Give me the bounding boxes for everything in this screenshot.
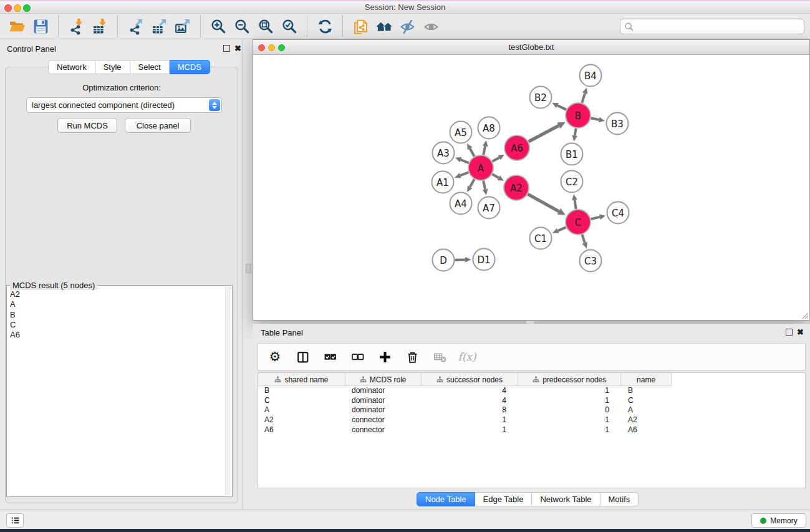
edge-A-A1[interactable] xyxy=(460,172,468,175)
cell-predecessor-nodes[interactable]: 1 xyxy=(519,396,622,406)
cell-MCDS-role[interactable]: dominator xyxy=(345,396,422,406)
select-all-button[interactable] xyxy=(322,349,338,364)
cell-MCDS-role[interactable]: connector xyxy=(345,415,422,425)
node-A7[interactable]: A7 xyxy=(478,197,500,219)
table-row[interactable]: A6connector11A6 xyxy=(258,425,805,435)
edge-B-B4[interactable] xyxy=(582,94,585,103)
vertical-splitter-grip[interactable] xyxy=(246,264,251,273)
tab-select[interactable]: Select xyxy=(130,60,170,74)
cell-successor-nodes[interactable]: 1 xyxy=(422,425,519,435)
zoom-selected-button[interactable] xyxy=(277,16,301,37)
edge-A-A2[interactable] xyxy=(492,174,498,178)
cell-successor-nodes[interactable]: 8 xyxy=(422,405,519,415)
edge-A-A3[interactable] xyxy=(461,160,469,163)
export-network-button[interactable] xyxy=(123,16,147,37)
cell-shared-name[interactable]: B xyxy=(258,386,345,396)
cell-predecessor-nodes[interactable]: 1 xyxy=(519,425,622,435)
mcds-result-item[interactable]: A xyxy=(8,299,224,309)
tab-node-table[interactable]: Node Table xyxy=(417,492,475,506)
deselect-all-button[interactable] xyxy=(349,349,365,364)
tab-motifs[interactable]: Motifs xyxy=(600,492,639,506)
node-C1[interactable]: C1 xyxy=(530,228,552,249)
tab-network-table[interactable]: Network Table xyxy=(532,492,600,506)
run-mcds-button[interactable]: Run MCDS xyxy=(57,118,117,133)
destroy-column-button[interactable] xyxy=(432,349,448,364)
cell-name[interactable]: A2 xyxy=(622,415,672,425)
cell-successor-nodes[interactable]: 4 xyxy=(422,386,519,396)
show-graphics-details-button[interactable] xyxy=(420,16,443,37)
cell-shared-name[interactable]: A xyxy=(258,405,345,415)
tab-style[interactable]: Style xyxy=(95,60,130,74)
mcds-result-item[interactable]: C xyxy=(8,320,224,330)
close-table-panel-icon[interactable]: ✖ xyxy=(797,327,804,337)
node-A3[interactable]: A3 xyxy=(433,142,455,164)
edge-C-C2[interactable] xyxy=(575,200,576,210)
table-row[interactable]: Cdominator41C xyxy=(258,396,805,406)
close-panel-icon[interactable]: ✖ xyxy=(234,44,241,53)
column-header-successor-nodes[interactable]: successor nodes xyxy=(422,373,519,386)
network-canvas[interactable]: B4B2BB3A8A5A6A3B1AA1C2A2A4A7C4CC1DD1C3 xyxy=(253,55,809,319)
table-settings-button[interactable]: ⚙ xyxy=(267,349,283,364)
node-B4[interactable]: B4 xyxy=(580,65,602,87)
refresh-layout-button[interactable] xyxy=(313,16,337,37)
node-A4[interactable]: A4 xyxy=(450,193,472,215)
cell-shared-name[interactable]: C xyxy=(258,396,345,406)
node-C4[interactable]: C4 xyxy=(607,202,629,224)
cell-predecessor-nodes[interactable]: 1 xyxy=(519,386,622,396)
column-header-MCDS-role[interactable]: MCDS role xyxy=(345,373,422,386)
tab-mcds[interactable]: MCDS xyxy=(170,60,210,74)
node-A[interactable]: A xyxy=(468,155,493,180)
edge-A-A8[interactable] xyxy=(483,146,485,155)
close-app-button[interactable] xyxy=(4,4,12,12)
column-header-name[interactable]: name xyxy=(621,373,671,386)
network-window-titlebar[interactable]: testGlobe.txt xyxy=(253,40,809,55)
import-table-button[interactable] xyxy=(88,16,112,37)
cell-MCDS-role[interactable]: dominator xyxy=(345,405,422,415)
minimize-app-button[interactable] xyxy=(14,4,21,12)
home-button[interactable] xyxy=(372,16,396,37)
edge-C-C4[interactable] xyxy=(591,217,599,219)
cell-predecessor-nodes[interactable]: 0 xyxy=(519,405,622,415)
node-A6[interactable]: A6 xyxy=(504,135,529,160)
add-row-button[interactable] xyxy=(377,349,393,364)
mcds-result-scrollbar[interactable] xyxy=(225,287,231,495)
node-D[interactable]: D xyxy=(433,249,455,271)
node-A2[interactable]: A2 xyxy=(504,175,529,200)
clone-network-button[interactable] xyxy=(349,16,372,37)
close-panel-button[interactable]: Close panel xyxy=(125,118,191,133)
show-columns-button[interactable] xyxy=(294,349,311,364)
node-A8[interactable]: A8 xyxy=(478,117,500,139)
node-C[interactable]: C xyxy=(566,210,591,235)
open-session-button[interactable] xyxy=(5,16,29,37)
export-image-button[interactable] xyxy=(171,16,195,37)
cell-name[interactable]: C xyxy=(622,396,672,406)
node-A1[interactable]: A1 xyxy=(432,172,454,193)
cell-name[interactable]: B xyxy=(622,386,672,396)
cell-successor-nodes[interactable]: 4 xyxy=(422,396,519,406)
edge-C-C1[interactable] xyxy=(558,227,566,231)
float-panel-icon[interactable] xyxy=(223,45,230,52)
table-row[interactable]: Adominator80A xyxy=(258,405,805,415)
edge-B-B1[interactable] xyxy=(575,128,576,136)
cell-successor-nodes[interactable]: 1 xyxy=(422,415,519,425)
cell-predecessor-nodes[interactable]: 1 xyxy=(519,415,622,425)
criterion-dropdown[interactable]: largest connected component (directed) xyxy=(26,97,222,113)
edge-C-C3[interactable] xyxy=(582,235,584,243)
zoom-in-button[interactable] xyxy=(206,16,230,37)
save-session-button[interactable] xyxy=(29,16,52,37)
edge-A-A7[interactable] xyxy=(483,181,485,190)
cell-name[interactable]: A6 xyxy=(622,425,672,435)
column-header-predecessor-nodes[interactable]: predecessor nodes xyxy=(518,373,621,386)
resize-grip-icon[interactable] xyxy=(800,311,809,319)
memory-button[interactable]: Memory xyxy=(751,513,806,528)
zoom-network-button[interactable] xyxy=(278,44,285,51)
table-row[interactable]: Bdominator41B xyxy=(258,386,805,396)
edge-A2-C[interactable] xyxy=(528,194,559,211)
edge-A-A5[interactable] xyxy=(470,148,475,157)
search-input[interactable] xyxy=(637,20,801,33)
column-header-shared-name[interactable]: shared name xyxy=(258,373,345,386)
cell-MCDS-role[interactable]: dominator xyxy=(345,386,422,396)
edge-A-A6[interactable] xyxy=(492,158,499,162)
import-network-button[interactable] xyxy=(64,16,88,37)
node-B3[interactable]: B3 xyxy=(607,113,629,135)
